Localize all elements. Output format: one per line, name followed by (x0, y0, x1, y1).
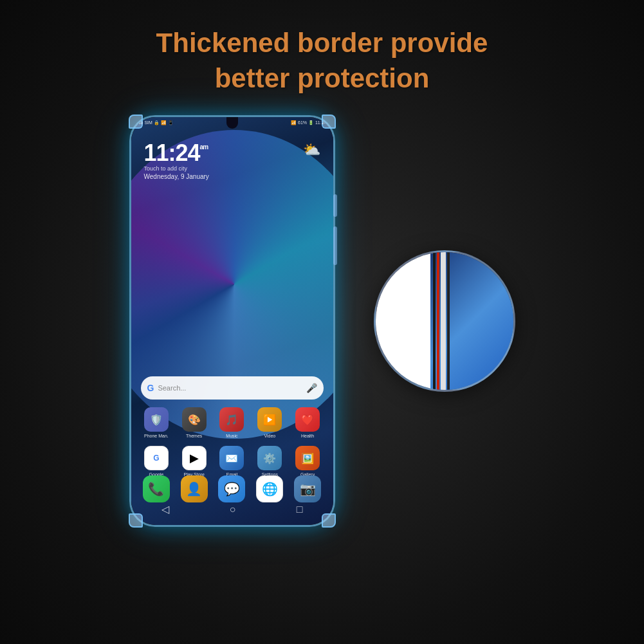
phone-body: No SIM 🔒 📶 📱 📶 61% 🔋 11:24 11:24am Touch… (131, 117, 333, 525)
app-icon-play-store: ▶ (182, 446, 207, 470)
app-icon-gallery: 🖼️ (295, 446, 320, 470)
nav-back[interactable]: ◁ (161, 503, 169, 515)
phone-case: No SIM 🔒 📶 📱 📶 61% 🔋 11:24 11:24am Touch… (129, 115, 335, 527)
app-google[interactable]: G Google (144, 446, 169, 477)
title-container: Thickened border provide better protecti… (156, 26, 488, 96)
status-left: No SIM 🔒 📶 📱 (138, 120, 174, 125)
phone-wrapper: No SIM 🔒 📶 📱 📶 61% 🔋 11:24 11:24am Touch… (129, 115, 335, 527)
app-play-store[interactable]: ▶ Play Store (182, 446, 207, 477)
corner-br (322, 513, 336, 528)
circle-white-area (376, 252, 434, 390)
app-themes[interactable]: 🎨 Themes (182, 407, 207, 438)
app-video[interactable]: ▶️ Video (257, 407, 282, 438)
main-content: No SIM 🔒 📶 📱 📶 61% 🔋 11:24 11:24am Touch… (0, 115, 644, 527)
dock-phone[interactable]: 📞 (143, 475, 170, 502)
weather-icon: ⛅ (303, 142, 320, 158)
dock-contacts[interactable]: 👤 (181, 475, 208, 502)
border-line-red (437, 252, 439, 390)
nav-recent[interactable]: □ (297, 504, 303, 515)
app-icon-email: ✉️ (219, 446, 244, 470)
time-display: 11:24am Touch to add city Wednesday, 9 J… (144, 140, 209, 180)
time-date: Wednesday, 9 January (144, 173, 209, 180)
navigation-bar: ◁ ○ □ (131, 503, 333, 515)
status-right: 📶 61% 🔋 11:24 (291, 120, 326, 125)
app-email[interactable]: ✉️ Email (219, 446, 244, 477)
search-placeholder-text: Search... (158, 384, 306, 392)
time-sub: Touch to add city (144, 165, 209, 172)
mic-icon: 🎤 (306, 383, 317, 393)
app-icon-settings: ⚙️ (257, 446, 282, 470)
border-line-black (433, 252, 436, 390)
app-icon-music: 🎵 (219, 407, 244, 432)
zoom-circle (374, 250, 515, 392)
google-search-bar[interactable]: G Search... 🎤 (141, 376, 324, 400)
dock-messages[interactable]: 💬 (218, 475, 245, 502)
app-icon-phone-manager: 🛡️ (144, 407, 169, 432)
dock-chrome[interactable]: 🌐 (256, 475, 283, 502)
app-label-themes: Themes (186, 434, 202, 438)
phone-screen: No SIM 🔒 📶 📱 📶 61% 🔋 11:24 11:24am Touch… (131, 117, 333, 525)
app-row-1: 🛡️ Phone Man. 🎨 Themes 🎵 Music ▶️ (138, 407, 327, 438)
app-phone-manager[interactable]: 🛡️ Phone Man. (144, 407, 169, 438)
app-gallery[interactable]: 🖼️ Gallery (295, 446, 320, 477)
zoom-circle-inner (376, 252, 513, 390)
corner-bl (129, 513, 143, 528)
app-icon-google: G (144, 446, 169, 470)
main-title: Thickened border provide better protecti… (156, 26, 488, 96)
app-label-phone-manager: Phone Man. (144, 434, 169, 438)
nav-home[interactable]: ○ (230, 504, 236, 515)
app-icon-video: ▶️ (257, 407, 282, 432)
app-music[interactable]: 🎵 Music (219, 407, 244, 438)
app-label-video: Video (264, 434, 275, 438)
dock-camera[interactable]: 📷 (294, 475, 321, 502)
side-button-2 (333, 226, 337, 265)
app-settings[interactable]: ⚙️ Settings (257, 446, 282, 477)
app-health[interactable]: ❤️ Health (295, 407, 320, 438)
side-button-1 (333, 194, 337, 217)
app-label-health: Health (301, 434, 314, 438)
status-bar: No SIM 🔒 📶 📱 📶 61% 🔋 11:24 (138, 120, 327, 125)
border-line-dark (447, 252, 450, 390)
bottom-dock: 📞 👤 💬 🌐 📷 (138, 475, 327, 502)
app-icon-themes: 🎨 (182, 407, 207, 432)
clock-time: 11:24am (144, 140, 209, 167)
app-icon-health: ❤️ (295, 407, 320, 432)
app-row-2: G Google ▶ Play Store ✉️ Email ⚙️ (138, 446, 327, 477)
google-g-icon: G (147, 383, 154, 393)
app-label-music: Music (226, 434, 237, 438)
border-line-white (441, 252, 446, 390)
